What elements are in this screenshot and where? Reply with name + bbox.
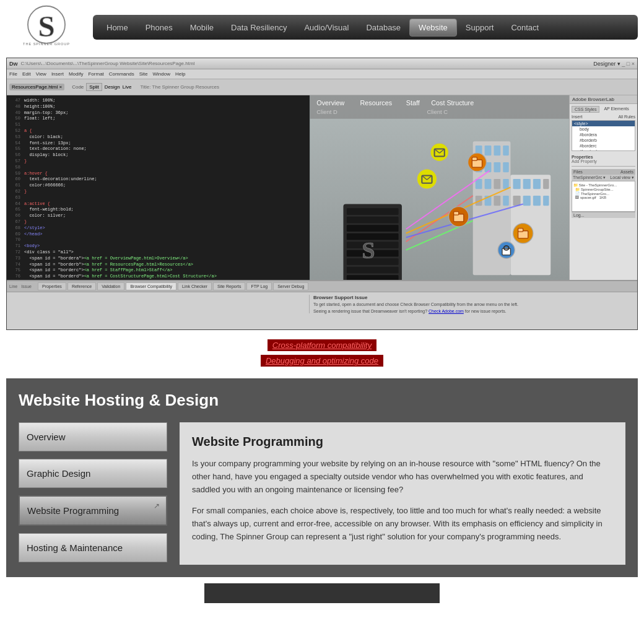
css-styles-tab[interactable]: CSS Styles bbox=[572, 106, 599, 113]
log-label: Log... bbox=[572, 212, 635, 218]
tab-reference[interactable]: Reference bbox=[67, 282, 96, 290]
svg-text:Client D: Client D bbox=[316, 108, 337, 115]
dw-menu-file[interactable]: File bbox=[9, 71, 17, 77]
dw-bottom-panel: Line Issue Properties Reference Validati… bbox=[7, 280, 637, 329]
nav-phones[interactable]: Phones bbox=[137, 19, 181, 36]
nav-website[interactable]: Website bbox=[409, 19, 457, 37]
svg-text:Overview: Overview bbox=[316, 99, 344, 107]
svg-rect-13 bbox=[346, 217, 398, 224]
browser-issue-note: Seeing a rendering issue that Dreamweave… bbox=[313, 309, 633, 313]
add-property-link[interactable]: Add Property bbox=[572, 159, 635, 163]
nav-audio-visual[interactable]: Audio/Visual bbox=[295, 19, 357, 36]
link-cross-platform[interactable]: Cross-platform compatibility bbox=[268, 339, 376, 351]
dw-menu-view[interactable]: View bbox=[36, 71, 46, 77]
nav-data-resiliency[interactable]: Data Resiliency bbox=[222, 19, 295, 36]
header: S THE SPINNER GROUP Home Phones Mobile D… bbox=[0, 0, 644, 54]
svg-rect-61 bbox=[502, 248, 511, 255]
main-content: Website Hosting & Design Overview Graphi… bbox=[6, 378, 638, 577]
dw-menu-site[interactable]: Site bbox=[139, 71, 148, 77]
line-label: Line bbox=[9, 284, 17, 289]
svg-text:S: S bbox=[38, 9, 54, 43]
svg-text:Staff: Staff bbox=[406, 99, 420, 107]
files-tabs: Files Assets bbox=[572, 169, 635, 175]
btn-hosting-maintenance[interactable]: Hosting & Maintenance bbox=[19, 533, 167, 562]
svg-text:Client C: Client C bbox=[427, 108, 448, 115]
svg-rect-72 bbox=[472, 157, 477, 160]
svg-rect-39 bbox=[510, 175, 550, 275]
content-title: Website Programming bbox=[192, 435, 613, 449]
tab-link-checker[interactable]: Link Checker bbox=[178, 282, 212, 290]
tab-browser-compat[interactable]: Browser Compatibility bbox=[126, 282, 176, 290]
content-body: Overview Graphic Design Website Programm… bbox=[19, 422, 625, 565]
btn-website-programming[interactable]: Website Programming ↗ bbox=[19, 495, 167, 526]
svg-text:THE SPINNER GROUP: THE SPINNER GROUP bbox=[23, 41, 70, 45]
dw-menubar: File Edit View Insert Modify Format Comm… bbox=[7, 69, 637, 79]
nav-home[interactable]: Home bbox=[98, 19, 137, 36]
svg-rect-43 bbox=[543, 179, 549, 189]
svg-rect-30 bbox=[503, 162, 508, 172]
dw-menu-format[interactable]: Format bbox=[88, 71, 103, 77]
logo-area: S THE SPINNER GROUP bbox=[6, 4, 87, 51]
ap-elements-tab[interactable]: AP Elements bbox=[602, 106, 630, 113]
dw-line-table bbox=[11, 295, 310, 313]
tab-site-reports[interactable]: Site Reports bbox=[213, 282, 246, 290]
adobe-link[interactable]: Check Adobe.com bbox=[429, 309, 464, 313]
svg-text:S: S bbox=[362, 237, 375, 263]
site-label[interactable]: TheSpinnerGrc ▾ bbox=[573, 175, 606, 180]
active-arrow: ↗ bbox=[154, 502, 160, 510]
dw-browser-issue: Browser Support Issue To get started, op… bbox=[7, 292, 637, 316]
dw-view-code[interactable]: Code bbox=[72, 84, 84, 90]
content-para-2: For small companies, each choice above i… bbox=[192, 505, 613, 543]
files-tab[interactable]: Files bbox=[573, 170, 583, 174]
dw-menu-window[interactable]: Window bbox=[153, 71, 170, 77]
svg-rect-47 bbox=[543, 196, 549, 206]
tab-server-debug[interactable]: Server Debug bbox=[273, 282, 308, 290]
svg-rect-42 bbox=[533, 179, 541, 189]
svg-rect-32 bbox=[484, 179, 491, 189]
svg-rect-14 bbox=[346, 225, 398, 232]
tab-validation[interactable]: Validation bbox=[97, 282, 124, 290]
files-header: TheSpinnerGrc ▾ Local view ▾ bbox=[572, 175, 635, 181]
dw-path: C:\Users\...\Documents\...\TheSpinnerGro… bbox=[21, 61, 195, 66]
svg-rect-24 bbox=[484, 146, 491, 155]
dw-view-split[interactable]: Split bbox=[86, 83, 102, 91]
dw-menu-insert[interactable]: Insert bbox=[51, 71, 64, 77]
dw-mockup: Dw C:\Users\...\Documents\...\TheSpinner… bbox=[7, 58, 637, 329]
svg-rect-41 bbox=[523, 179, 530, 189]
svg-text:Cost Structure: Cost Structure bbox=[431, 99, 474, 107]
svg-rect-19 bbox=[346, 267, 398, 274]
nav-mobile[interactable]: Mobile bbox=[181, 19, 222, 36]
tab-properties[interactable]: Properties bbox=[38, 282, 66, 290]
dw-menu-modify[interactable]: Modify bbox=[69, 71, 84, 77]
dw-menu-help[interactable]: Help bbox=[175, 71, 185, 77]
dw-title-text: Dw bbox=[9, 61, 18, 67]
nav-support[interactable]: Support bbox=[457, 19, 503, 36]
footer-bar bbox=[204, 583, 440, 603]
link-debugging[interactable]: Debugging and optimizing code bbox=[261, 355, 383, 367]
dw-toolbar: ResourcesPage.html × Code Split Design L… bbox=[7, 79, 637, 95]
insert-label: Insert bbox=[572, 115, 583, 119]
assets-tab[interactable]: Assets bbox=[620, 170, 633, 174]
all-rules-label: All Rules bbox=[618, 115, 635, 119]
btn-overview[interactable]: Overview bbox=[19, 422, 167, 451]
svg-rect-65 bbox=[518, 228, 523, 232]
tab-ftp-log[interactable]: FTP Log bbox=[246, 282, 272, 290]
dw-titlebar: Dw C:\Users\...\Documents\...\TheSpinner… bbox=[7, 58, 637, 69]
dw-menu-edit[interactable]: Edit bbox=[22, 71, 31, 77]
svg-point-66 bbox=[430, 143, 448, 162]
issue-label: Issue bbox=[21, 284, 32, 289]
dw-tab-file[interactable]: ResourcesPage.html × bbox=[9, 84, 64, 90]
svg-rect-38 bbox=[503, 196, 508, 206]
dw-code-content: 47width: 100%; 48height:100%; 49margin-t… bbox=[7, 95, 310, 300]
svg-point-53 bbox=[417, 169, 437, 189]
dw-designer-label: Designer ▾ bbox=[593, 61, 620, 67]
dw-view-design[interactable]: Design bbox=[105, 84, 120, 90]
dw-menu-commands[interactable]: Commands bbox=[109, 71, 134, 77]
dw-view-live[interactable]: Live bbox=[123, 84, 132, 90]
local-view-label[interactable]: Local view ▾ bbox=[610, 175, 634, 180]
nav-database[interactable]: Database bbox=[357, 19, 409, 36]
nav-contact[interactable]: Contact bbox=[502, 19, 547, 36]
btn-graphic-design[interactable]: Graphic Design bbox=[19, 459, 167, 488]
svg-text:Resources: Resources bbox=[360, 99, 392, 107]
svg-rect-46 bbox=[533, 196, 541, 206]
